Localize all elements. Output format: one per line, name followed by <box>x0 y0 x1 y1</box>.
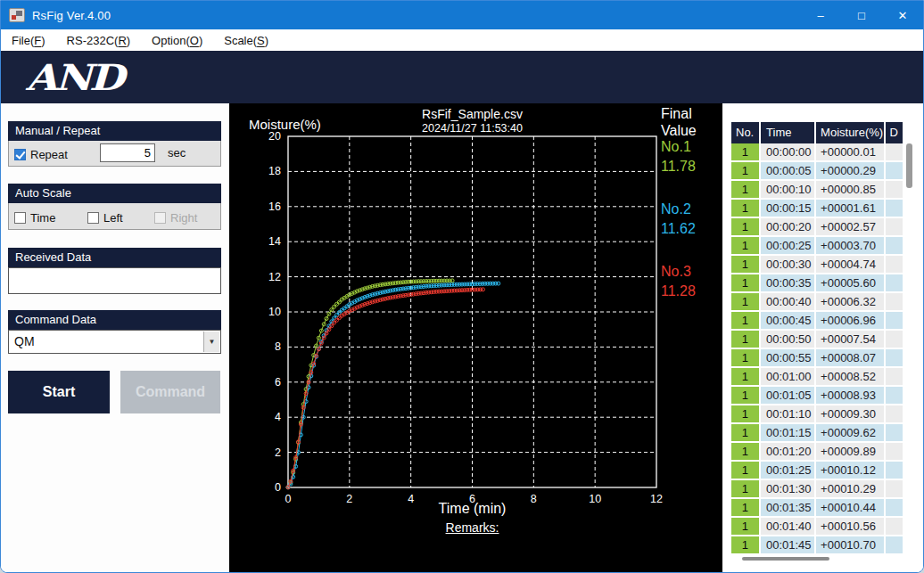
table-row[interactable]: 100:00:45+00006.96 <box>731 312 904 329</box>
repeat-checkbox[interactable]: Repeat <box>14 146 68 162</box>
command-data-combobox[interactable]: QM ▼ <box>8 330 221 354</box>
table-row[interactable]: 100:00:15+00001.61 <box>731 200 904 217</box>
table-row[interactable]: 100:00:05+00000.29 <box>731 162 904 179</box>
manual-repeat-header: Manual / Repeat <box>8 121 221 141</box>
table-row[interactable]: 100:00:00+00000.01 <box>731 143 904 160</box>
table-cell: 00:00:25 <box>761 237 814 254</box>
table-cell: +00008.93 <box>816 387 884 404</box>
auto-scale-body: TimeLeftRight <box>8 203 221 230</box>
table-row[interactable]: 100:01:35+00010.44 <box>731 499 904 516</box>
remarks-label: Remarks: <box>288 520 656 535</box>
checkbox-box <box>154 212 166 224</box>
table-row[interactable]: 100:00:25+00003.70 <box>731 237 904 254</box>
checkbox-box[interactable] <box>87 212 99 224</box>
table-cell: 1 <box>731 349 759 366</box>
svg-text:6: 6 <box>275 376 281 389</box>
table-cell: 1 <box>731 218 759 235</box>
svg-text:10: 10 <box>268 306 281 318</box>
table-cell <box>886 462 903 479</box>
checkbox-label: Left <box>103 211 123 225</box>
table-cell: 1 <box>731 518 759 535</box>
command-data-value: QM <box>14 334 35 348</box>
table-cell: 1 <box>731 237 759 254</box>
chevron-down-icon[interactable]: ▼ <box>203 332 219 352</box>
table-row[interactable]: 100:00:30+00004.74 <box>731 256 904 273</box>
table-cell: 1 <box>731 331 759 348</box>
table-cell <box>886 518 903 535</box>
table-cell: 00:00:35 <box>761 274 814 291</box>
start-button[interactable]: Start <box>8 371 110 413</box>
command-button[interactable]: Command <box>120 371 220 413</box>
close-button[interactable]: ✕ <box>882 1 923 29</box>
vertical-scrollbar-thumb[interactable] <box>906 143 912 188</box>
and-logo: AND <box>26 56 121 98</box>
table-cell <box>886 218 903 235</box>
series-no2-line <box>288 283 499 487</box>
auto-scale-right-checkbox: Right <box>154 209 197 225</box>
menu-rs-232c[interactable]: RS-232C(R) <box>56 29 142 51</box>
table-cell: 1 <box>731 274 759 291</box>
table-cell: 00:01:15 <box>761 424 814 441</box>
table-row[interactable]: 100:01:20+00009.89 <box>731 443 904 460</box>
table-cell: 00:01:30 <box>761 480 814 497</box>
table-cell: 1 <box>731 405 759 422</box>
table-cell: 1 <box>731 462 759 479</box>
repeat-interval-input[interactable] <box>100 143 155 162</box>
table-cell: 1 <box>731 181 759 198</box>
table-cell: +00000.29 <box>816 162 884 179</box>
menu-option[interactable]: Option(O) <box>141 29 213 51</box>
brand-banner: AND <box>1 51 923 103</box>
auto-scale-time-checkbox[interactable]: Time <box>14 209 55 225</box>
table-cell: +00010.12 <box>816 462 884 479</box>
menu-file[interactable]: File(F) <box>1 29 56 51</box>
column-header-no: No. <box>731 122 759 143</box>
table-cell: +00006.32 <box>816 293 884 310</box>
auto-scale-left-checkbox[interactable]: Left <box>87 209 123 225</box>
table-cell: +00000.01 <box>816 143 884 160</box>
table-cell: 1 <box>731 200 759 217</box>
table-cell: 1 <box>731 162 759 179</box>
maximize-button[interactable]: □ <box>841 1 882 29</box>
svg-text:14: 14 <box>268 235 281 248</box>
table-row[interactable]: 100:01:30+00010.29 <box>731 480 904 497</box>
horizontal-scrollbar-thumb[interactable] <box>742 557 829 561</box>
repeat-checkbox-box[interactable] <box>14 149 26 160</box>
menu-scale[interactable]: Scale(S) <box>213 29 279 51</box>
table-row[interactable]: 100:01:10+00009.30 <box>731 405 904 422</box>
table-row[interactable]: 100:01:05+00008.93 <box>731 387 904 404</box>
table-cell: +00003.70 <box>816 237 884 254</box>
table-cell: 00:01:00 <box>761 368 814 385</box>
table-row[interactable]: 100:00:35+00005.60 <box>731 274 904 291</box>
control-panel: Manual / Repeat Repeat sec Auto Scale Ti… <box>1 103 229 573</box>
table-row[interactable]: 100:00:50+00007.54 <box>731 331 904 348</box>
table-row[interactable]: 100:01:25+00010.12 <box>731 462 904 479</box>
table-cell: 00:00:00 <box>761 143 814 160</box>
table-cell: +00007.54 <box>816 331 884 348</box>
table-cell: 00:00:10 <box>761 181 814 198</box>
table-cell <box>886 349 903 366</box>
received-data-input[interactable] <box>8 267 221 294</box>
svg-text:18: 18 <box>268 165 281 177</box>
table-row[interactable]: 100:01:45+00010.70 <box>731 536 904 553</box>
table-row[interactable]: 100:01:40+00010.56 <box>731 518 904 535</box>
table-row[interactable]: 100:00:10+00000.85 <box>731 181 904 198</box>
table-row[interactable]: 100:01:15+00009.62 <box>731 424 904 441</box>
svg-text:2: 2 <box>275 446 281 459</box>
table-cell: +00001.61 <box>816 200 884 217</box>
table-cell: 00:00:50 <box>761 331 814 348</box>
table-row[interactable]: 100:00:20+00002.57 <box>731 218 904 235</box>
data-table: No.TimeMoisture(%)D 100:00:00+00000.0110… <box>731 122 904 558</box>
table-cell: +00010.56 <box>816 518 884 535</box>
table-cell: 00:01:25 <box>761 462 814 479</box>
table-row[interactable]: 100:00:40+00006.32 <box>731 293 904 310</box>
minimize-button[interactable]: – <box>800 1 841 29</box>
table-cell: 1 <box>731 293 759 310</box>
chart-panel: RsFif_Sample.csv 2024/11/27 11:53:40 Moi… <box>229 103 722 573</box>
table-row[interactable]: 100:01:00+00008.52 <box>731 368 904 385</box>
table-cell: 00:00:30 <box>761 256 814 273</box>
checkbox-box[interactable] <box>14 212 26 224</box>
table-cell: 1 <box>731 387 759 404</box>
table-row[interactable]: 100:00:55+00008.07 <box>731 349 904 366</box>
svg-text:16: 16 <box>268 201 281 213</box>
table-cell: 1 <box>731 424 759 441</box>
